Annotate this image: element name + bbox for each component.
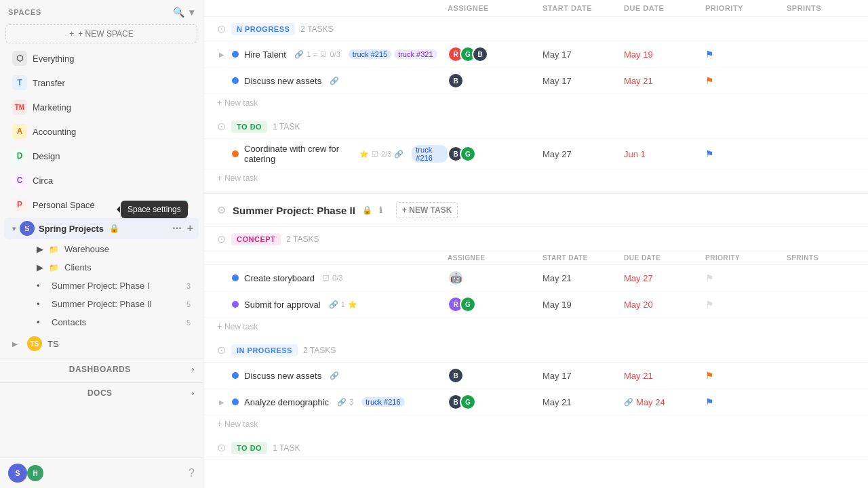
tag[interactable]: truck #321 [394, 49, 437, 59]
expand-button[interactable]: ▶ [217, 397, 226, 407]
priority-cell: ⚑ [705, 299, 787, 310]
collapse-icon[interactable]: ⊙ [217, 441, 226, 454]
help-icon[interactable]: ? [189, 467, 195, 479]
sidebar-item-warehouse[interactable]: ▶ 📁 Warehouse [4, 241, 199, 258]
check-icon: ☑ [323, 274, 330, 283]
chevron-icon: ▶ [12, 340, 22, 348]
plus-icon: + [217, 420, 222, 429]
collapse-icon[interactable]: ⊙ [217, 204, 226, 216]
task-name[interactable]: Analyze demographic [244, 397, 329, 407]
chevron-down-icon[interactable]: ▾ [189, 7, 195, 18]
task-count: 2 TASKS [303, 346, 336, 355]
due-date: May 20 [624, 300, 705, 310]
collapse-icon[interactable]: ⊙ [217, 232, 226, 245]
spring-projects-icon: S [20, 221, 35, 236]
new-task-button[interactable]: + New task [203, 94, 868, 112]
start-date: May 17 [542, 49, 624, 60]
sidebar-item-label: Transfer [33, 78, 65, 88]
due-date: May 21 [624, 76, 705, 86]
user-avatar-2[interactable]: H [27, 465, 43, 481]
new-task-button[interactable]: + New task [203, 318, 868, 336]
sidebar-item-contacts[interactable]: • Contacts 5 [4, 314, 199, 331]
col-task [217, 254, 448, 262]
sidebar-item-spring-projects[interactable]: ▾ S Spring Projects 🔒 ··· + [4, 218, 199, 239]
due-date-text: May 24 [636, 397, 665, 407]
sidebar-item-phase2[interactable]: • Summer Project: Phase II 5 [4, 296, 199, 312]
main-content: ASSIGNEE START DATE DUE DATE PRIORITY SP… [203, 0, 868, 488]
task-name[interactable]: Hire Talent [244, 49, 286, 60]
sidebar-item-personal[interactable]: P Personal Space 🔒 [4, 193, 199, 216]
collapse-icon[interactable]: ⊙ [217, 120, 226, 133]
start-date: May 17 [542, 76, 624, 86]
contacts-label: Contacts [52, 317, 86, 327]
task-name[interactable]: Discuss new assets [244, 371, 321, 381]
link-icon: 🔗 [337, 398, 347, 407]
expand-button[interactable] [217, 371, 226, 380]
meta-text: 1 [341, 300, 345, 308]
plus-icon: + [217, 322, 222, 331]
sidebar-item-accounting[interactable]: A Accounting [4, 120, 199, 143]
task-tags: truck #215 truck #321 [349, 49, 437, 59]
expand-button[interactable] [217, 273, 226, 283]
chevron-icon: ▶ [37, 262, 43, 272]
sidebar-item-marketing[interactable]: TM Marketing [4, 96, 199, 119]
phase2-label: Summer Project: Phase II [52, 299, 152, 309]
new-task-button[interactable]: + New task [203, 169, 868, 187]
tag[interactable]: truck #216 [412, 145, 448, 163]
expand-button[interactable] [217, 149, 226, 159]
collapse-icon[interactable]: ⊙ [217, 22, 226, 35]
design-icon: D [12, 148, 27, 163]
sidebar-item-everything[interactable]: ⬡ Everything [4, 47, 199, 70]
chevron-icon: ▾ [12, 225, 16, 232]
priority-flag: ⚑ [705, 299, 714, 310]
link-icon: 🔗 [329, 300, 338, 309]
sidebar-item-transfer[interactable]: T Transfer [4, 71, 199, 94]
task-name[interactable]: Submit for approval [244, 300, 321, 310]
priority-cell: ⚑ [705, 272, 787, 283]
meta-text: 3 [349, 398, 353, 406]
expand-button[interactable] [217, 76, 226, 85]
avatars: B [448, 367, 464, 384]
list-icon: • [37, 299, 46, 309]
expand-button[interactable]: ▶ [217, 49, 226, 59]
section-header-concept: ⊙ CONCEPT 2 TASKS [203, 227, 868, 251]
task-name[interactable]: Coordinate with crew for catering [244, 144, 351, 164]
sidebar-item-circa[interactable]: C Circa [4, 169, 199, 192]
search-icon[interactable]: 🔍 [173, 7, 185, 18]
assignee-cell: R G [448, 296, 542, 312]
new-task-button[interactable]: + New task [203, 415, 868, 433]
clients-label: Clients [64, 262, 92, 272]
task-meta: 🔗 [330, 77, 339, 85]
phase2-count: 5 [186, 300, 191, 308]
equals-icon: = [313, 50, 317, 58]
table-row: Coordinate with crew for catering ⭐ ☑ 2/… [203, 139, 868, 169]
table-row: ▶ Analyze demographic 🔗 3 truck #216 B G… [203, 389, 868, 415]
task-name[interactable]: Create storyboard [244, 273, 315, 283]
sidebar-item-design[interactable]: D Design [4, 144, 199, 167]
docs-section[interactable]: DOCS › [0, 382, 203, 403]
sidebar: SPACES 🔍 ▾ + + NEW SPACE ⬡ Everything T … [0, 0, 203, 488]
avatars: 🤖 [448, 270, 464, 286]
sidebar-item-clients[interactable]: ▶ 📁 Clients [4, 259, 199, 276]
progress-text: 0/3 [330, 50, 340, 58]
user-avatar[interactable]: S [8, 464, 27, 483]
new-space-button[interactable]: + + NEW SPACE [5, 24, 197, 43]
star-icon: ⭐ [359, 150, 369, 159]
folder-icon: 📁 [49, 245, 59, 254]
priority-cell: ⚑ [705, 148, 787, 159]
new-task-header-button[interactable]: + NEW TASK [396, 202, 458, 218]
tag[interactable]: truck #216 [361, 397, 404, 407]
dashboards-section[interactable]: DASHBOARDS › [0, 359, 203, 380]
task-name[interactable]: Discuss new assets [244, 76, 321, 86]
section-header-todo: ⊙ TO DO 1 TASK [203, 115, 868, 139]
sidebar-item-label: Design [33, 151, 60, 161]
more-icon[interactable]: ··· [171, 221, 182, 236]
sidebar-item-phase1[interactable]: • Summer Project: Phase I 3 [4, 277, 199, 294]
task-name-cell: Coordinate with crew for catering ⭐ ☑ 2/… [217, 144, 448, 164]
due-date: Jun 1 [624, 149, 705, 159]
tag[interactable]: truck #215 [349, 49, 391, 59]
collapse-icon[interactable]: ⊙ [217, 344, 226, 357]
expand-button[interactable] [217, 300, 226, 309]
sidebar-item-ts[interactable]: ▶ TS TS [4, 332, 199, 355]
add-icon[interactable]: + [186, 221, 195, 236]
